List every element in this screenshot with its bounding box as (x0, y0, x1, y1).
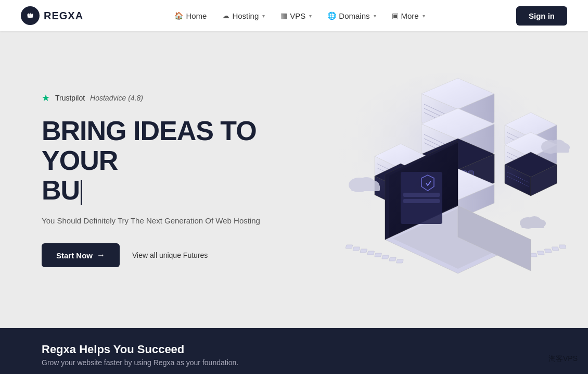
footer-title: Regxa Helps You Succeed (42, 343, 546, 356)
svg-rect-86 (351, 185, 380, 191)
hero-title-line1: BRING IDEAS TO YOUR (42, 116, 257, 176)
view-futures-link[interactable]: View all unique Futures (132, 251, 208, 259)
svg-rect-73 (544, 249, 552, 253)
logo[interactable]: REGXA (21, 6, 83, 25)
more-label: More (401, 11, 419, 20)
svg-rect-74 (552, 247, 559, 251)
cursor (81, 180, 82, 205)
nav-more[interactable]: ▣ More ▾ (386, 7, 431, 24)
nav-links: 🏠 Home ☁ Hosting ▾ ▦ VPS ▾ 🌐 Domains ▾ (168, 7, 431, 24)
svg-rect-61 (346, 245, 353, 248)
svg-point-2 (29, 16, 30, 16)
hero-content: ★ Trustpilot Hostadvice (4.8) BRING IDEA… (42, 92, 302, 267)
start-btn-label: Start Now (56, 251, 93, 260)
svg-rect-63 (360, 249, 367, 253)
trustpilot-label: Trustpilot (55, 94, 85, 102)
svg-rect-65 (375, 253, 382, 257)
svg-point-3 (31, 16, 31, 16)
svg-rect-68 (396, 259, 403, 263)
vps-chevron: ▾ (309, 13, 312, 19)
star-icon: ★ (42, 92, 50, 104)
navbar: REGXA 🏠 Home ☁ Hosting ▾ ▦ VPS ▾ 🌐 (0, 0, 588, 31)
hero-subtitle: You Should Definitely Try The Next Gener… (42, 215, 302, 227)
hosting-chevron: ▾ (262, 13, 265, 19)
more-chevron: ▾ (423, 13, 425, 19)
footer-subtitle: Grow your website faster by using Regxa … (42, 358, 546, 367)
domains-label: Domains (339, 11, 369, 20)
hosting-label: Hosting (232, 11, 259, 20)
hero-title: BRING IDEAS TO YOUR BU (42, 116, 302, 206)
trustpilot-row: ★ Trustpilot Hostadvice (4.8) (42, 92, 302, 104)
nav-vps[interactable]: ▦ VPS ▾ (274, 7, 318, 24)
hero-illustration (312, 52, 588, 307)
server-illustration (312, 52, 588, 307)
hosting-icon: ☁ (222, 11, 229, 20)
home-icon: 🏠 (174, 11, 183, 20)
domains-icon: 🌐 (327, 11, 336, 20)
signin-button[interactable]: Sign in (516, 6, 567, 26)
svg-rect-90 (543, 147, 569, 153)
vps-label: VPS (290, 11, 305, 20)
svg-point-1 (28, 15, 32, 18)
svg-rect-81 (403, 199, 440, 203)
footer-section: Regxa Helps You Succeed Grow your websit… (0, 328, 588, 374)
arrow-icon: → (97, 251, 105, 260)
logo-icon (21, 6, 40, 25)
home-label: Home (186, 11, 207, 20)
hostadvice-label: Hostadvice (4.8) (90, 94, 143, 102)
svg-rect-62 (353, 247, 360, 251)
svg-rect-67 (389, 257, 397, 261)
svg-rect-80 (403, 193, 440, 197)
svg-rect-75 (559, 245, 566, 248)
domains-chevron: ▾ (374, 13, 376, 19)
svg-rect-66 (382, 255, 389, 259)
vps-icon: ▦ (280, 11, 287, 20)
nav-home[interactable]: 🏠 Home (168, 7, 213, 24)
more-icon: ▣ (392, 11, 399, 20)
svg-rect-72 (537, 251, 544, 255)
hero-section: ★ Trustpilot Hostadvice (4.8) BRING IDEA… (0, 31, 588, 328)
svg-rect-64 (367, 251, 375, 255)
svg-rect-71 (530, 253, 537, 257)
start-now-button[interactable]: Start Now → (42, 243, 120, 267)
nav-domains[interactable]: 🌐 Domains ▾ (321, 7, 382, 24)
brand-name: REGXA (44, 10, 83, 22)
svg-rect-94 (521, 223, 544, 228)
hero-title-line2: BU (42, 175, 80, 205)
nav-hosting[interactable]: ☁ Hosting ▾ (216, 7, 271, 24)
hero-actions: Start Now → View all unique Futures (42, 243, 302, 267)
